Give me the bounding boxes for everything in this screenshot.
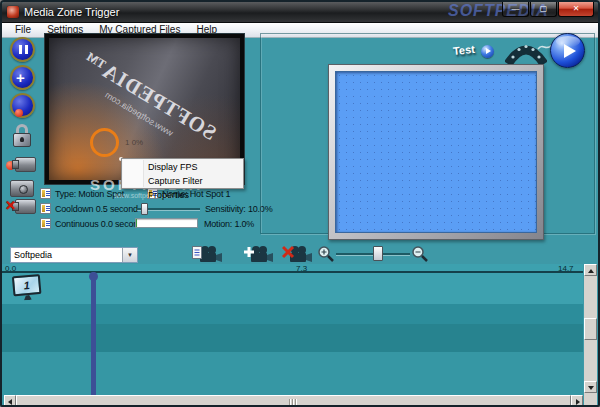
- vertical-scrollbar[interactable]: [584, 264, 597, 395]
- context-menu: Display FPS Capture Filter Properties: [121, 158, 244, 189]
- delete-capture-button[interactable]: ✕: [6, 197, 38, 215]
- menu-file[interactable]: File: [8, 23, 38, 37]
- zoom-slider-thumb[interactable]: [373, 246, 383, 261]
- sensitivity-slider-thumb[interactable]: [141, 203, 148, 215]
- motion-level-meter: [135, 218, 198, 228]
- continuous-label: Continuous 0.0 second: [55, 219, 143, 229]
- red-dot-icon: [15, 109, 23, 117]
- pause-button[interactable]: [10, 37, 35, 62]
- play-icon: [564, 44, 576, 58]
- hotspot-circle[interactable]: [90, 128, 119, 157]
- zone-select-value: Softpedia: [11, 248, 122, 262]
- track-thumbnail[interactable]: 1: [12, 274, 46, 305]
- zoom-out-icon[interactable]: [411, 245, 429, 263]
- test-button[interactable]: Test: [452, 43, 475, 57]
- timeline-end-label: 14.7: [558, 264, 574, 273]
- scroll-left-icon[interactable]: [4, 395, 16, 407]
- lock-button[interactable]: [12, 124, 33, 150]
- photo-camera-icon: [19, 185, 28, 194]
- timeline-start-label: 0.0: [5, 264, 16, 273]
- pause-icon: [19, 45, 28, 54]
- context-menu-item-capture-filter-properties[interactable]: Capture Filter Properties: [122, 174, 243, 188]
- context-menu-item-display-fps[interactable]: Display FPS: [122, 160, 243, 174]
- app-icon: [7, 6, 19, 18]
- dropdown-arrow-icon[interactable]: ▼: [122, 248, 137, 262]
- playhead[interactable]: [91, 272, 96, 395]
- test-play-icon[interactable]: [481, 45, 494, 58]
- remove-hotspot-button[interactable]: [10, 93, 35, 118]
- vertical-scroll-thumb[interactable]: [584, 318, 597, 340]
- motion-label: Motion: 1.0%: [204, 219, 254, 229]
- timeline-mid-label: 7.3: [296, 264, 307, 273]
- motion-level-fill: [136, 219, 137, 227]
- zone-select[interactable]: Softpedia ▼: [10, 247, 138, 263]
- plus-icon: +: [16, 69, 29, 86]
- record-button[interactable]: [6, 154, 38, 177]
- zone-properties-button[interactable]: [192, 244, 222, 265]
- scroll-right-icon[interactable]: [571, 395, 583, 407]
- minimize-button[interactable]: —: [502, 2, 529, 17]
- zoom-in-icon[interactable]: [317, 245, 335, 263]
- type-properties-icon[interactable]: [40, 188, 51, 199]
- play-button[interactable]: [550, 33, 585, 68]
- snapshot-button[interactable]: [10, 180, 34, 197]
- display-monitor-frame: [328, 64, 544, 240]
- horizontal-scrollbar[interactable]: [4, 395, 583, 407]
- scrollbar-corner: [584, 395, 597, 407]
- cooldown-label: Cooldown 0.5 second: [55, 204, 138, 214]
- window-title: Media Zone Trigger: [24, 6, 119, 18]
- title-bar[interactable]: Media Zone Trigger SOFTPEDIA — ▢ ✕: [2, 2, 598, 23]
- timeline[interactable]: 0.0 7.3 14.7 1: [2, 264, 598, 395]
- continuous-properties-icon[interactable]: [40, 218, 51, 229]
- scroll-down-icon[interactable]: [584, 381, 597, 393]
- maximize-button[interactable]: ▢: [530, 2, 557, 17]
- horizontal-scroll-thumb[interactable]: [16, 395, 571, 407]
- display-screen: [335, 71, 537, 233]
- cooldown-properties-icon[interactable]: [40, 203, 51, 214]
- app-window: Media Zone Trigger SOFTPEDIA — ▢ ✕ File …: [0, 0, 600, 407]
- red-x-icon: ✕: [5, 198, 16, 213]
- track-number: 1: [12, 274, 42, 296]
- close-button[interactable]: ✕: [558, 2, 594, 17]
- add-hotspot-button[interactable]: +: [10, 65, 35, 90]
- zone-add-button[interactable]: [243, 244, 273, 265]
- scroll-up-icon[interactable]: [584, 264, 597, 276]
- zone-delete-button[interactable]: [282, 244, 312, 265]
- hotspot-tag: 1 0%: [125, 138, 143, 147]
